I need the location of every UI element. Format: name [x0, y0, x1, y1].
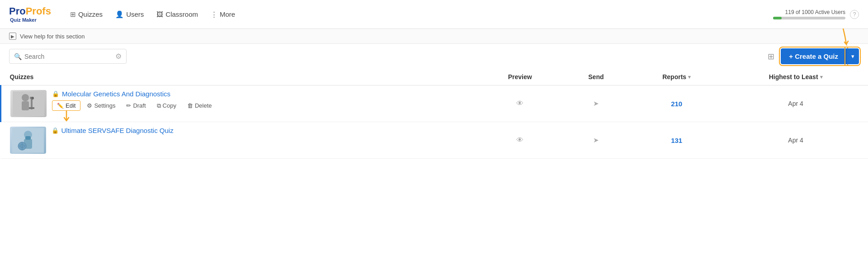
quiz-table: Quizzes Preview Send Reports ▾ Highest t… — [0, 69, 868, 159]
header: ProProfs Quiz Maker ⊞ Quizzes 👤 Users 🖼 … — [0, 0, 868, 29]
delete-icon: 🗑 — [187, 102, 193, 109]
date-cell-1: Apr 4 — [723, 85, 868, 122]
help-play-icon: ▶ — [9, 33, 16, 40]
quizzes-icon: ⊞ — [70, 10, 76, 19]
date-2: Apr 4 — [788, 137, 803, 144]
help-question-icon[interactable]: ? — [850, 10, 859, 19]
table-header: Quizzes Preview Send Reports ▾ Highest t… — [1, 69, 868, 85]
date-1: Apr 4 — [788, 100, 803, 107]
send-icon-1[interactable]: ➤ — [593, 99, 599, 107]
search-box: 🔍 ⚙ — [9, 49, 127, 64]
draft-button-1[interactable]: ✏ Draft — [122, 101, 150, 110]
logo-profs: Profs — [26, 5, 51, 17]
preview-icon-1[interactable]: 👁 — [516, 99, 524, 107]
preview-icon-2[interactable]: 👁 — [516, 136, 524, 144]
col-preview: Preview — [478, 69, 562, 85]
draft-icon: ✏ — [126, 102, 131, 109]
settings-icon: ⚙ — [87, 102, 92, 109]
logo-subtitle: Quiz Maker — [10, 17, 51, 23]
edit-icon: ✏️ — [57, 103, 64, 109]
nav-quizzes[interactable]: ⊞ Quizzes — [65, 8, 108, 21]
quiz-title-1[interactable]: Molecular Genetics And Diagnostics — [62, 90, 170, 98]
col-quizzes: Quizzes — [1, 69, 478, 85]
table-row: 🔒 Molecular Genetics And Diagnostics ✏️ … — [1, 85, 868, 122]
copy-icon: ⧉ — [157, 102, 161, 109]
send-cell-1: ➤ — [562, 85, 630, 122]
edit-button-1[interactable]: ✏️ Edit — [52, 100, 80, 111]
nav-users-label: Users — [126, 10, 144, 18]
preview-cell-2: 👁 — [478, 122, 562, 159]
filter-icon[interactable]: ⚙ — [115, 52, 122, 61]
svg-point-1 — [22, 94, 29, 101]
logo-pro: Pro — [9, 5, 26, 17]
quiz-thumbnail-1 — [10, 90, 47, 117]
classroom-icon: 🖼 — [156, 10, 163, 18]
active-users-progress-bg — [773, 17, 845, 19]
create-quiz-button[interactable]: + Create a Quiz — [781, 48, 846, 64]
quiz-info-2: 🔒 Ultimate SERVSAFE Diagnostic Quiz — [52, 127, 174, 134]
highest-sort-icon[interactable]: ▾ — [820, 74, 823, 80]
more-icon: ⋮ — [211, 10, 217, 19]
send-icon-2[interactable]: ➤ — [593, 136, 599, 144]
quiz-thumbnail-2 — [10, 127, 46, 154]
lock-icon-2: 🔒 — [52, 127, 59, 134]
col-send: Send — [562, 69, 630, 85]
help-text[interactable]: View help for this section — [20, 33, 85, 40]
search-icon: 🔍 — [14, 53, 22, 60]
col-reports: Reports ▾ — [630, 69, 723, 85]
svg-rect-10 — [25, 136, 31, 140]
help-bar: ▶ View help for this section — [0, 29, 868, 44]
quiz-actions-1: ✏️ Edit ⚙ — [52, 100, 217, 111]
lock-icon-1: 🔒 — [52, 90, 59, 97]
create-btn-wrapper: + Create a Quiz ▾ — [781, 48, 859, 64]
logo-text: ProProfs — [9, 6, 51, 17]
reports-cell-1: 210 — [630, 85, 723, 122]
svg-point-6 — [31, 97, 34, 99]
date-cell-2: Apr 4 — [723, 122, 868, 159]
grid-view-icon[interactable]: ⊞ — [766, 50, 776, 63]
svg-rect-4 — [29, 107, 34, 109]
quiz-cell-1: 🔒 Molecular Genetics And Diagnostics ✏️ … — [1, 85, 478, 122]
svg-rect-2 — [22, 101, 29, 110]
col-highest: Highest to Least ▾ — [723, 69, 868, 85]
nav-classroom[interactable]: 🖼 Classroom — [151, 8, 203, 21]
nav-classroom-label: Classroom — [165, 10, 198, 18]
settings-button-1[interactable]: ⚙ Settings — [82, 101, 120, 110]
nav-more-label: More — [220, 10, 235, 18]
send-cell-2: ➤ — [562, 122, 630, 159]
search-input[interactable] — [24, 53, 111, 60]
preview-cell-1: 👁 — [478, 85, 562, 122]
reports-cell-2: 131 — [630, 122, 723, 159]
active-users-label: 119 of 1000 Active Users — [773, 9, 845, 15]
main-nav: ⊞ Quizzes 👤 Users 🖼 Classroom ⋮ More — [65, 8, 773, 21]
reports-sort-icon[interactable]: ▾ — [688, 74, 691, 80]
create-quiz-dropdown-button[interactable]: ▾ — [846, 48, 859, 64]
header-right: 119 of 1000 Active Users ? — [773, 9, 859, 19]
quiz-info-1: 🔒 Molecular Genetics And Diagnostics ✏️ … — [52, 90, 217, 111]
quiz-title-row-1: 🔒 Molecular Genetics And Diagnostics — [52, 90, 217, 98]
active-users-section: 119 of 1000 Active Users — [773, 9, 845, 19]
toolbar: 🔍 ⚙ ⊞ + Create a Quiz ▾ — [0, 44, 868, 69]
quiz-title-2[interactable]: Ultimate SERVSAFE Diagnostic Quiz — [61, 127, 174, 134]
reports-count-2[interactable]: 131 — [671, 137, 682, 144]
quiz-title-row-2: 🔒 Ultimate SERVSAFE Diagnostic Quiz — [52, 127, 174, 134]
active-users-progress-fill — [773, 17, 782, 19]
nav-quizzes-label: Quizzes — [78, 10, 103, 18]
nav-users[interactable]: 👤 Users — [110, 8, 149, 21]
logo: ProProfs Quiz Maker — [9, 6, 51, 22]
quiz-cell-2: 🔒 Ultimate SERVSAFE Diagnostic Quiz — [1, 122, 478, 159]
nav-more[interactable]: ⋮ More — [205, 8, 241, 21]
reports-count-1[interactable]: 210 — [671, 100, 682, 108]
table-row: 🔒 Ultimate SERVSAFE Diagnostic Quiz 👁 ➤ … — [1, 122, 868, 159]
users-icon: 👤 — [115, 10, 124, 19]
delete-button-1[interactable]: 🗑 Delete — [183, 101, 217, 110]
copy-button-1[interactable]: ⧉ Copy — [152, 101, 181, 111]
